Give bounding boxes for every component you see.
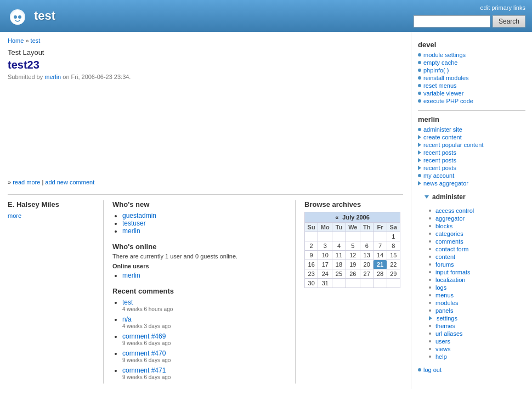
sidebar-item-input-formats[interactable]: input formats <box>435 269 471 275</box>
small-dot-icon <box>429 263 431 266</box>
sidebar-item-aggregator[interactable]: aggregator <box>435 215 465 222</box>
small-dot-icon <box>429 333 431 335</box>
cal-cell <box>318 232 332 241</box>
sidebar-item-phpinfo[interactable]: phpinfo( ) <box>423 67 449 74</box>
search-button[interactable]: Search <box>493 15 525 27</box>
sidebar-item-module-settings[interactable]: module settings <box>423 52 466 58</box>
sidebar-item-themes[interactable]: themes <box>435 323 455 329</box>
sidebar-item-recent-posts-2[interactable]: recent posts <box>423 157 456 164</box>
sidebar-item-empty-cache[interactable]: empty cache <box>423 59 457 66</box>
sidebar-item-contact-form[interactable]: contact form <box>435 246 469 252</box>
list-item: panels <box>429 307 525 314</box>
sidebar-item-modules[interactable]: modules <box>435 300 459 306</box>
comment-time-5: 9 weeks 6 days ago <box>122 374 286 380</box>
list-item: phpinfo( ) <box>418 66 525 74</box>
sidebar-item-news-aggregator[interactable]: news aggregator <box>423 180 468 187</box>
search-area: edit primary links Search <box>414 4 525 27</box>
sidebar-item-recent-posts-1[interactable]: recent posts <box>423 149 456 156</box>
comment-link-1[interactable]: test <box>122 298 133 306</box>
bullet-icon <box>418 368 421 371</box>
sidebar-item-recent-popular-content[interactable]: recent popular content <box>423 142 483 148</box>
cal-cell: 7 <box>373 241 387 251</box>
submitted-user-link[interactable]: merlin <box>44 74 61 80</box>
bullet-icon <box>418 84 421 87</box>
sidebar-item-panels[interactable]: panels <box>435 307 453 314</box>
sidebar-item-create-content[interactable]: create content <box>423 134 462 140</box>
list-item: settings <box>429 314 525 322</box>
cal-cell: 1 <box>387 232 400 241</box>
sidebar-item-content[interactable]: content <box>435 253 455 260</box>
breadcrumb-home[interactable]: Home <box>8 37 24 44</box>
cal-cell: 29 <box>387 269 400 279</box>
sidebar-item-administer-site[interactable]: administer site <box>423 126 462 133</box>
right-column: Browse archives « July 2006 Su Mo Tu <box>296 200 403 384</box>
more-link[interactable]: more <box>8 212 21 219</box>
bullet-icon <box>418 99 421 103</box>
arrow-right-icon <box>418 143 421 147</box>
sidebar-item-forums[interactable]: forums <box>435 261 454 268</box>
small-dot-icon <box>429 240 431 243</box>
edit-primary-links-link[interactable]: edit primary links <box>480 4 525 11</box>
sidebar-merlin-title: merlin <box>418 115 525 123</box>
table-row: 9 10 11 12 13 14 15 <box>305 251 400 260</box>
sidebar-item-my-account[interactable]: my account <box>423 172 454 179</box>
sidebar-item-help[interactable]: help <box>435 353 447 360</box>
sidebar-item-views[interactable]: views <box>435 346 451 352</box>
small-dot-icon <box>429 356 431 358</box>
list-item: comments <box>429 238 525 245</box>
sidebar-logout-list: log out <box>418 366 525 374</box>
online-user-1[interactable]: merlin <box>122 272 140 279</box>
cal-cell: 11 <box>332 251 346 260</box>
list-item: comment #471 9 weeks 6 days ago <box>122 367 286 380</box>
whos-new-user-1[interactable]: guestadmin <box>122 212 156 219</box>
cal-cell <box>346 279 360 288</box>
sidebar-item-users[interactable]: users <box>435 338 450 345</box>
cal-cell: 14 <box>373 251 387 260</box>
svg-point-2 <box>18 15 21 19</box>
whos-new-list: guestadmin testuser merlin <box>112 212 286 235</box>
sidebar-devel-title: devel <box>418 41 525 49</box>
arrow-right-icon <box>418 181 421 185</box>
sidebar-item-variable-viewer[interactable]: variable viewer <box>423 90 463 97</box>
list-item: menus <box>429 291 525 299</box>
small-dot-icon <box>429 233 431 235</box>
sidebar-item-url-aliases[interactable]: url aliases <box>435 330 463 337</box>
sidebar-item-recent-posts-3[interactable]: recent posts <box>423 165 456 171</box>
whos-new-user-3[interactable]: merlin <box>122 227 140 235</box>
sidebar-item-localization[interactable]: localization <box>435 277 465 283</box>
list-item: empty cache <box>418 59 525 66</box>
cal-cell: 17 <box>318 260 332 269</box>
read-more-link[interactable]: read more <box>13 179 40 185</box>
sidebar-item-menus[interactable]: menus <box>435 292 454 298</box>
list-item: administer <box>425 193 525 201</box>
sidebar-item-comments[interactable]: comments <box>435 238 463 245</box>
sidebar-item-log-out[interactable]: log out <box>423 367 442 373</box>
list-item: reset menus <box>418 82 525 89</box>
arrow-right-icon <box>418 150 421 155</box>
sidebar-item-access-control[interactable]: access control <box>435 207 474 214</box>
submitted-info: Submitted by merlin on Fri, 2006-06-23 2… <box>8 74 403 80</box>
sidebar-item-settings[interactable]: settings <box>437 315 457 322</box>
sidebar-item-blocks[interactable]: blocks <box>435 223 452 229</box>
breadcrumb-current[interactable]: test <box>31 37 41 44</box>
online-users-list: merlin <box>112 272 286 279</box>
comment-link-5[interactable]: comment #471 <box>122 367 166 374</box>
sidebar-item-categories[interactable]: categories <box>435 230 463 237</box>
calendar-prev[interactable]: « <box>335 214 338 221</box>
sidebar-item-execute-php[interactable]: execute PHP code <box>423 98 473 104</box>
arrow-down-icon <box>425 195 429 199</box>
sidebar-administer-list: administer <box>418 193 525 201</box>
sidebar-item-reset-menus[interactable]: reset menus <box>423 82 457 89</box>
page-title: test23 <box>8 59 403 71</box>
comment-link-4[interactable]: comment #470 <box>122 350 166 357</box>
comment-link-3[interactable]: comment #469 <box>122 333 166 340</box>
add-comment-link[interactable]: add new comment <box>45 179 94 185</box>
search-input[interactable] <box>414 15 490 27</box>
cal-cell: 20 <box>360 260 373 269</box>
sidebar-item-reinstall-modules[interactable]: reinstall modules <box>423 75 469 81</box>
small-dot-icon <box>429 340 431 342</box>
whos-new-user-2[interactable]: testuser <box>122 219 146 227</box>
comment-link-2[interactable]: n/a <box>122 315 132 323</box>
sidebar-item-logs[interactable]: logs <box>435 284 446 291</box>
cal-day-tu: Tu <box>332 223 346 232</box>
